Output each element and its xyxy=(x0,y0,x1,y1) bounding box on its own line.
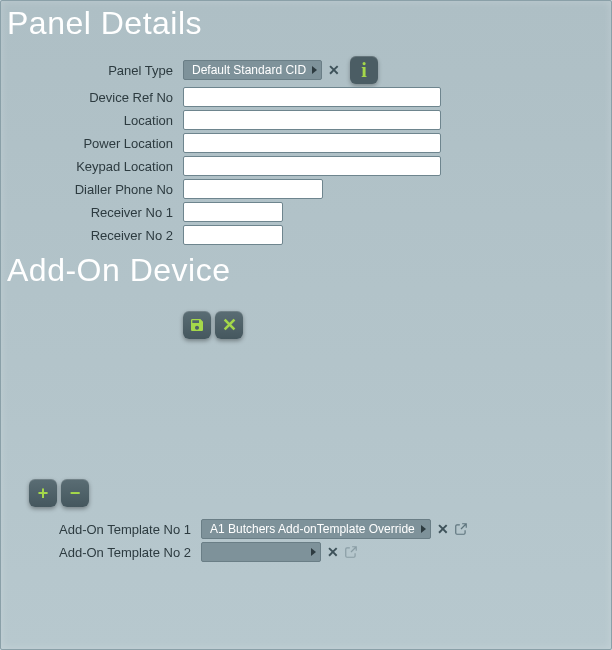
location-input[interactable] xyxy=(183,110,441,130)
addon-template-1-clear-button[interactable]: ✕ xyxy=(435,521,451,537)
minus-icon: − xyxy=(70,483,81,504)
panel-details-container: Panel Details Panel Type Default Standar… xyxy=(0,0,612,650)
row-receiver-no-2: Receiver No 2 xyxy=(1,225,611,245)
plus-icon: + xyxy=(38,483,49,504)
label-power-location: Power Location xyxy=(1,136,183,151)
addon-device-toolbar: ✕ xyxy=(183,311,611,339)
receiver-no-1-input[interactable] xyxy=(183,202,283,222)
dialler-phone-no-input[interactable] xyxy=(183,179,323,199)
label-location: Location xyxy=(1,113,183,128)
label-keypad-location: Keypad Location xyxy=(1,159,183,174)
info-icon: i xyxy=(361,59,367,82)
addon-template-1-value: A1 Butchers Add-onTemplate Override xyxy=(210,522,415,536)
label-dialler-phone-no: Dialler Phone No xyxy=(1,182,183,197)
row-keypad-location: Keypad Location xyxy=(1,156,611,176)
close-icon: ✕ xyxy=(437,521,449,537)
row-addon-template-2: Add-On Template No 2 ✕ xyxy=(1,542,611,562)
panel-type-info-button[interactable]: i xyxy=(350,56,378,84)
addon-template-1-picker[interactable]: A1 Butchers Add-onTemplate Override xyxy=(201,519,431,539)
chevron-right-icon xyxy=(311,548,316,556)
close-icon: ✕ xyxy=(328,62,340,78)
label-panel-type: Panel Type xyxy=(1,63,183,78)
save-icon xyxy=(189,317,205,333)
row-addon-template-1: Add-On Template No 1 A1 Butchers Add-onT… xyxy=(1,519,611,539)
addon-template-2-picker[interactable] xyxy=(201,542,321,562)
receiver-no-2-input[interactable] xyxy=(183,225,283,245)
row-panel-type: Panel Type Default Standard CID ✕ i xyxy=(1,56,611,84)
addon-template-1-open-button[interactable] xyxy=(453,521,469,537)
label-addon-template-2: Add-On Template No 2 xyxy=(1,545,201,560)
power-location-input[interactable] xyxy=(183,133,441,153)
panel-type-picker[interactable]: Default Standard CID xyxy=(183,60,322,80)
chevron-right-icon xyxy=(421,525,426,533)
addon-template-2-clear-button[interactable]: ✕ xyxy=(325,544,341,560)
chevron-right-icon xyxy=(312,66,317,74)
save-button[interactable] xyxy=(183,311,211,339)
label-receiver-no-2: Receiver No 2 xyxy=(1,228,183,243)
device-ref-no-input[interactable] xyxy=(183,87,441,107)
label-receiver-no-1: Receiver No 1 xyxy=(1,205,183,220)
row-location: Location xyxy=(1,110,611,130)
add-template-button[interactable]: + xyxy=(29,479,57,507)
row-dialler-phone-no: Dialler Phone No xyxy=(1,179,611,199)
keypad-location-input[interactable] xyxy=(183,156,441,176)
row-power-location: Power Location xyxy=(1,133,611,153)
addon-template-toolbar: + − xyxy=(29,479,611,507)
remove-template-button[interactable]: − xyxy=(61,479,89,507)
cancel-button[interactable]: ✕ xyxy=(215,311,243,339)
label-device-ref-no: Device Ref No xyxy=(1,90,183,105)
panel-type-clear-button[interactable]: ✕ xyxy=(326,62,342,78)
row-device-ref-no: Device Ref No xyxy=(1,87,611,107)
close-icon: ✕ xyxy=(327,544,339,560)
addon-device-heading: Add-On Device xyxy=(1,248,611,297)
panel-type-value: Default Standard CID xyxy=(192,63,306,77)
row-receiver-no-1: Receiver No 1 xyxy=(1,202,611,222)
external-link-icon xyxy=(344,545,358,559)
external-link-icon xyxy=(454,522,468,536)
close-icon: ✕ xyxy=(222,314,237,336)
label-addon-template-1: Add-On Template No 1 xyxy=(1,522,201,537)
addon-template-2-open-button[interactable] xyxy=(343,544,359,560)
panel-details-heading: Panel Details xyxy=(1,1,611,50)
